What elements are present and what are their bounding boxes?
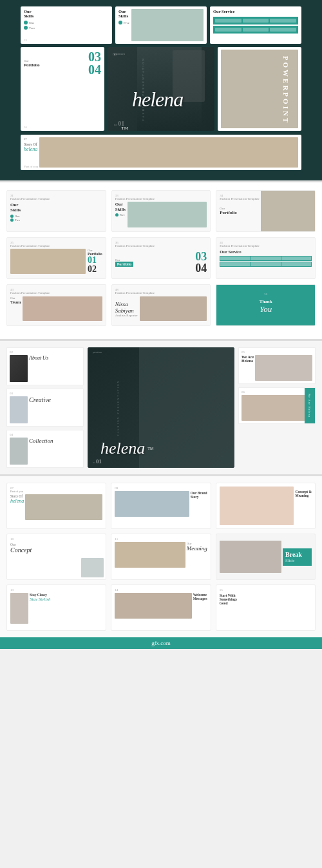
fashion-vert-text: FASHION PRESENTATION: [117, 380, 120, 436]
break-label: Break: [285, 551, 309, 558]
hero-section: PRESENTATION OurSkills One Two: [0, 0, 322, 180]
powerpoint-label: POWERPOINT: [282, 56, 290, 124]
slide-portfolio-nums: Our Portfolio 03 04 36: [21, 47, 104, 131]
concept-meaning-title: Concept &Meaning: [295, 490, 312, 497]
final-slide-14: 14 WelcomeMessages: [111, 584, 211, 631]
slide-row-1: 31 Fashion Presentation Template OurSkil…: [6, 190, 316, 232]
slide-43: 43 Fashion Presentation Template Our Tea…: [6, 284, 106, 326]
slide-48: 48 Fashion Presentation Template NissaSa…: [111, 284, 211, 326]
final-slide-grid: 07 Part of you Story Of helena 09 Our Br…: [6, 483, 316, 631]
final-slide-concept-meaning: Concept &Meaning: [216, 483, 316, 529]
slide-41: 41 Fashion Presentation Template Our Ser…: [216, 237, 316, 279]
no-label: no: [113, 52, 117, 56]
start-with-title: Start WithSomethingsGood: [220, 593, 312, 605]
preview-creative: 03 Creative: [6, 389, 84, 427]
preview-about-us: 02 About Us: [6, 347, 84, 385]
helena-sub: helena: [10, 498, 24, 504]
preview-left-col: 02 About Us 03 Creative: [6, 347, 84, 468]
slides-grid-section: 31 Fashion Presentation Template OurSkil…: [0, 182, 322, 339]
slide-title: OurSkills: [118, 9, 129, 18]
concept-title: Concept: [10, 546, 102, 554]
slide-row-2: 35 Fashion Presentation Template Our Por…: [6, 237, 316, 279]
template-label: Fashion Presentation Template: [10, 291, 102, 294]
slide-num: 36: [24, 126, 27, 129]
big-num-2: 02: [88, 265, 102, 274]
no-01: no 01: [93, 458, 102, 465]
we-are-label: We AreHelena: [242, 355, 254, 363]
final-section: 07 Part of you Story Of helena 09 Our Br…: [0, 476, 322, 637]
slide-num: 04: [10, 433, 80, 436]
title-label: Analisis Reporter: [115, 314, 138, 317]
big-num-03: 03: [88, 50, 101, 63]
slide-36: 36 Fashion Presentation Template Our Por…: [111, 237, 211, 279]
nissa-name: NissaSabiyan: [115, 301, 138, 314]
you-script: You: [260, 304, 272, 314]
slide-title: OurSkills: [10, 202, 102, 213]
slide-title: Portfolio: [220, 210, 312, 215]
helena-script-text: helena: [132, 88, 183, 111]
part-of-label: Part of you: [24, 165, 38, 168]
final-slide-15: 15 Start WithSomethingsGood: [216, 584, 316, 631]
gfx-watermark-text: gfx.com: [151, 640, 171, 646]
preview-right-col: 05 We AreHelena 06 We Are Helena: [238, 347, 316, 468]
portfolio-title: Portfolio: [24, 63, 40, 67]
template-label: Fashion Presentation Template: [10, 244, 102, 247]
portfolio-teal: Portfolio: [115, 262, 134, 267]
primium-label: primium: [93, 351, 102, 354]
slide-title: Our Service: [220, 249, 312, 254]
gfx-watermark-bar: gfx.com: [0, 637, 322, 649]
helena-script: helena: [100, 439, 145, 458]
collection-title: Collection: [29, 438, 53, 444]
slide-31: 31 Fashion Presentation Template OurSkil…: [6, 190, 106, 232]
slide-num: 14: [115, 588, 207, 592]
slide-label: Slide: [285, 558, 309, 563]
teal-sidebar-text: We Are Helena: [308, 394, 312, 418]
template-label: Fashion Presentation Template: [115, 197, 207, 200]
final-slide-09: 09 Our BrandStory: [111, 483, 211, 529]
helena-brand-preview: helena TM: [100, 439, 153, 458]
preview-layout: 02 About Us 03 Creative: [6, 347, 316, 468]
slide-num-label: 33: [24, 39, 27, 42]
slide-our-skills-1: OurSkills One Two 33: [21, 6, 112, 44]
final-slide-11: 11 Our Meaning: [111, 534, 211, 580]
template-label: Fashion Presentation Template: [115, 244, 207, 247]
template-label: Fashion Presentation Template: [10, 197, 102, 200]
big-num-04: 04: [88, 63, 101, 76]
creative-title: Creative: [29, 396, 51, 403]
slide-title: Team: [10, 300, 21, 305]
slide-num: 03: [10, 392, 80, 395]
slide-our-skills-2: OurSkills Five: [115, 6, 207, 44]
template-label: Part of you: [10, 490, 102, 493]
final-slide-10: 10 Our Concept: [6, 534, 106, 580]
slide-row-3: 43 Fashion Presentation Template Our Tea…: [6, 284, 316, 326]
preview-hero-card: primium FASHION PRESENTATION helena TM n…: [88, 347, 234, 468]
no-01-label: no 01: [114, 120, 124, 127]
slide-50: 50 Thank You: [216, 284, 316, 326]
template-label: Fashion Presentation Template: [115, 291, 207, 294]
preview-collection: 04 Collection: [6, 430, 84, 468]
template-label: Fashion Presentation Template: [220, 244, 312, 247]
slide-num: 09: [115, 487, 207, 490]
big-num-03: 03: [195, 251, 207, 262]
our-brand-story-title: Our BrandStory: [191, 491, 207, 499]
hero-left-column: Our Portfolio 03 04 36: [21, 47, 104, 131]
preview-we-are-helena-05: 05 We AreHelena: [238, 347, 316, 384]
slide-num: 06: [242, 391, 312, 394]
stay-stylish-sub: Stay Stylish: [30, 597, 50, 602]
slide-title: OurSkills: [115, 202, 126, 212]
final-slide-13: 13 Stay Classy Stay Stylish: [6, 584, 106, 631]
helena-story-script: helena: [24, 146, 37, 152]
hero-center-card: FASHION PRESENTATION primium no helena T…: [108, 47, 214, 131]
teal-sidebar: We Are Helena: [305, 388, 315, 423]
final-slide-break: Break Slide: [216, 534, 316, 580]
slide-34: 34 Fashion Presentation Template Our Por…: [216, 190, 316, 232]
final-slide-07: 07 Part of you Story Of helena: [6, 483, 106, 529]
slide-num: 02: [10, 351, 80, 354]
slide-01: 01: [118, 120, 124, 127]
slide-33: 33 Fashion Presentation Template OurSkil…: [111, 190, 211, 232]
slide-num: 05: [242, 351, 312, 354]
slide-num: 10: [10, 537, 102, 541]
big-num: 01: [88, 256, 102, 265]
slide-07-label: 07: [24, 137, 37, 140]
slide-num: 13: [10, 588, 102, 592]
